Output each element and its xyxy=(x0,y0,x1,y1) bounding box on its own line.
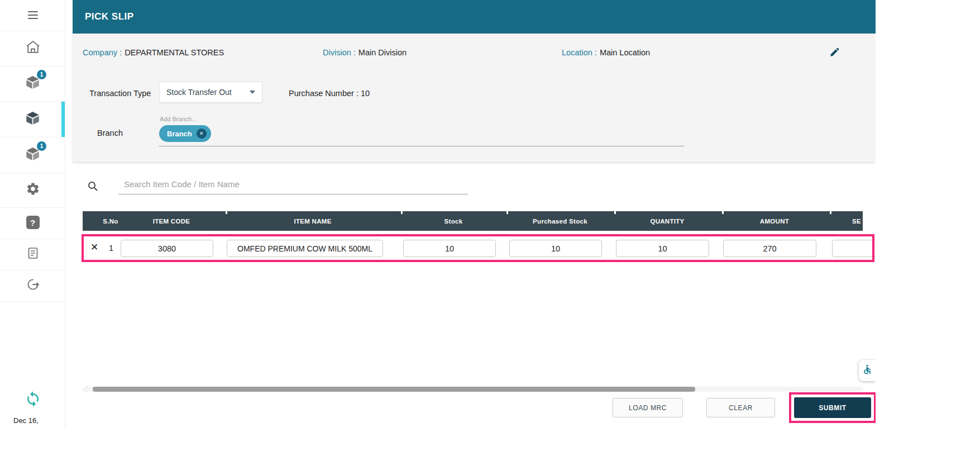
horizontal-scrollbar-thumb[interactable] xyxy=(93,387,695,392)
column-header-clipped: SE xyxy=(852,211,861,231)
add-branch-placeholder: Add Branch... xyxy=(160,116,197,122)
accessibility-widget-button[interactable] xyxy=(859,360,876,381)
accessibility-icon xyxy=(862,363,873,378)
chip-remove-icon[interactable]: ✕ xyxy=(197,129,207,139)
column-divider-tick xyxy=(830,211,831,214)
company-value: DEPARTMENTAL STORES xyxy=(125,48,224,57)
item-search-input[interactable] xyxy=(118,177,468,194)
header-form-panel: Company :DEPARTMENTAL STORES Division :M… xyxy=(73,34,876,162)
column-header-quantity: QUANTITY xyxy=(650,211,684,231)
logout-icon xyxy=(26,277,40,294)
transaction-type-select[interactable]: Stock Transfer Out xyxy=(159,82,262,103)
column-header-item-code: ITEM CODE xyxy=(153,211,190,231)
document-icon xyxy=(26,246,40,262)
clipped-column-input[interactable] xyxy=(832,240,876,257)
sidebar-divider xyxy=(0,66,65,66)
transaction-type-label: Transaction Type xyxy=(89,89,151,98)
column-header-item-name: ITEM NAME xyxy=(294,211,331,231)
submit-button[interactable]: SUBMIT xyxy=(794,397,871,418)
sidebar-item-logout[interactable] xyxy=(0,272,65,299)
division-label: Division : xyxy=(323,48,356,57)
app-window: 1 1 xyxy=(0,0,876,428)
column-header-amount: AMOUNT xyxy=(760,211,789,231)
location-label: Location : xyxy=(562,48,597,57)
sidebar-item-pickslip-selected[interactable] xyxy=(0,106,65,132)
clear-button[interactable]: CLEAR xyxy=(706,398,775,417)
sidebar-divider xyxy=(0,239,65,239)
package-icon xyxy=(25,111,40,128)
sidebar-item-help[interactable]: ? xyxy=(0,209,65,236)
division-value: Main Division xyxy=(358,48,407,57)
edit-context-button[interactable] xyxy=(828,46,842,60)
home-icon xyxy=(25,40,41,56)
location-value: Main Location xyxy=(600,48,650,57)
sidebar-divider xyxy=(0,31,65,31)
remove-row-icon[interactable]: ✕ xyxy=(90,243,98,252)
sidebar-date: Dec 16, xyxy=(13,416,39,425)
row-serial-number: 1 xyxy=(109,244,113,253)
purchase-number: Purchase Number : 10 xyxy=(289,89,370,98)
sidebar-divider xyxy=(0,101,65,102)
sync-button[interactable] xyxy=(0,387,65,414)
column-divider-tick xyxy=(614,211,616,214)
sidebar-divider xyxy=(0,270,65,270)
search-icon xyxy=(87,180,98,194)
items-table-header: S.No ITEM CODE ITEM NAME Stock Purchased… xyxy=(83,211,863,231)
transaction-type-value: Stock Transfer Out xyxy=(166,88,250,97)
gear-icon xyxy=(26,182,40,198)
sidebar-item-reports[interactable] xyxy=(0,241,65,268)
column-divider-tick xyxy=(722,211,724,214)
location-context: Location :Main Location xyxy=(562,48,650,57)
sidebar-divider xyxy=(0,137,65,137)
table-row: ✕ 1 xyxy=(83,237,876,260)
pencil-icon xyxy=(829,46,840,60)
quantity-input[interactable] xyxy=(616,240,709,257)
sidebar-divider xyxy=(0,301,65,302)
chevron-down-icon xyxy=(250,91,255,94)
branch-label: Branch xyxy=(97,129,123,137)
sidebar-item-inbound[interactable]: 1 xyxy=(0,70,65,97)
page-header: PICK SLIP xyxy=(73,0,876,34)
sidebar-item-settings[interactable] xyxy=(0,177,65,203)
company-context: Company :DEPARTMENTAL STORES xyxy=(83,48,224,57)
branch-input-underline[interactable] xyxy=(159,146,684,146)
sidebar-item-home[interactable] xyxy=(0,35,65,61)
sidebar-divider xyxy=(0,173,65,173)
sidebar-divider xyxy=(0,207,65,208)
column-header-stock: Stock xyxy=(444,211,463,231)
amount-input[interactable] xyxy=(723,240,816,257)
branch-chip[interactable]: Branch ✕ xyxy=(159,125,211,142)
menu-button[interactable] xyxy=(0,2,65,28)
item-name-input[interactable] xyxy=(227,240,383,257)
hamburger-icon xyxy=(28,9,38,21)
notification-badge: 1 xyxy=(37,70,46,79)
column-divider-tick xyxy=(401,211,403,214)
column-header-purchased-stock: Purchased Stock xyxy=(533,211,587,231)
purchased-stock-input[interactable] xyxy=(509,240,602,257)
column-header-sno: S.No xyxy=(103,211,118,231)
selected-item-indicator xyxy=(61,102,65,137)
column-divider-tick xyxy=(506,211,508,214)
column-divider-tick xyxy=(226,211,227,214)
help-icon: ? xyxy=(26,216,40,229)
item-code-input[interactable] xyxy=(121,240,213,257)
sync-icon xyxy=(25,391,41,410)
sidebar-item-returns[interactable]: 1 xyxy=(0,141,65,168)
company-label: Company : xyxy=(83,48,122,57)
load-mrc-button[interactable]: LOAD MRC xyxy=(613,398,683,417)
stock-input[interactable] xyxy=(403,240,496,257)
notification-badge: 1 xyxy=(37,141,46,151)
page-title: PICK SLIP xyxy=(85,11,134,22)
branch-chip-label: Branch xyxy=(167,130,192,138)
sidebar: 1 1 xyxy=(0,0,65,428)
division-context: Division :Main Division xyxy=(323,48,407,57)
